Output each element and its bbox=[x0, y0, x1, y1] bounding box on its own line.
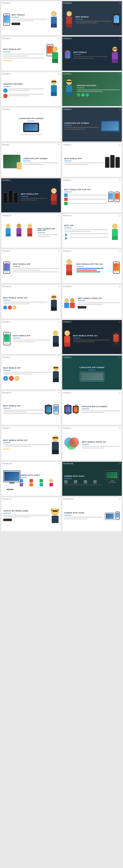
slide-21: PHONE U 21 BEST MOBILE APP ★ ♥ ✓ bbox=[1, 355, 61, 390]
slide-24-number: 24 bbox=[119, 392, 121, 394]
slide-5-label: PHONE E bbox=[2, 73, 11, 75]
slide-30: PHONE DD 30 SCREEN WITH ICONS bbox=[62, 497, 122, 531]
arrows-14 bbox=[64, 233, 109, 236]
line-3b bbox=[3, 56, 28, 57]
watch-24b bbox=[72, 406, 79, 413]
ch-17-body bbox=[51, 300, 57, 307]
char-head-1 bbox=[51, 11, 57, 17]
devices-23 bbox=[45, 404, 59, 414]
slide-7-number: 07 bbox=[58, 108, 60, 110]
line-25b bbox=[3, 446, 31, 447]
arr-14b bbox=[65, 237, 68, 240]
glasses-4 bbox=[113, 49, 118, 50]
landscape-screen-22 bbox=[81, 373, 103, 380]
slide-22-label: PHONE V bbox=[63, 356, 72, 358]
ig-28-4 bbox=[93, 480, 97, 484]
line-1b bbox=[11, 21, 33, 22]
slide-16: PHONE P 16 BEST MOBILE APP FOR JOY bbox=[62, 249, 122, 283]
line-17a bbox=[3, 302, 48, 303]
slide-1: PHONE A 01 BEST MOBILE bbox=[1, 1, 61, 35]
line-26a bbox=[82, 446, 120, 447]
ft-line-5a bbox=[8, 88, 44, 89]
feat-12c bbox=[64, 202, 107, 205]
slide-7-title: LANDSCAPE APP SCREEN bbox=[19, 118, 43, 119]
slide-28: PHONE BB 28 SCREEN WITH ICONS bbox=[62, 462, 122, 496]
ch-18a-b bbox=[64, 303, 69, 308]
line-4b bbox=[73, 58, 94, 59]
bubbles-21: ★ ♥ ✓ bbox=[3, 376, 52, 381]
tablet-30 bbox=[105, 513, 115, 520]
slide-16-title: BEST MOBILE APP FOR JOY bbox=[76, 263, 111, 265]
slide-15-number: 15 bbox=[58, 250, 60, 252]
sep-15 bbox=[13, 266, 21, 267]
slide-13-number: 13 bbox=[58, 215, 60, 217]
ph-11a bbox=[3, 192, 8, 203]
line-4a bbox=[73, 56, 107, 57]
slide-20-label: PHONE T bbox=[63, 321, 72, 323]
ps-12a bbox=[109, 193, 113, 199]
char-body-1 bbox=[51, 17, 57, 24]
ph-10a bbox=[105, 157, 110, 168]
feat-12a bbox=[64, 193, 107, 197]
slide-20-number: 20 bbox=[119, 321, 121, 323]
landscape-phone-7 bbox=[23, 123, 39, 132]
mon-27 bbox=[3, 470, 21, 482]
slide-15-title: BEST MOBILE APP bbox=[13, 263, 59, 265]
icon-17c bbox=[12, 306, 17, 310]
char-legs-11 bbox=[51, 201, 57, 205]
ch-19-body bbox=[53, 336, 59, 343]
line-19a bbox=[13, 340, 51, 341]
slide-9-title: LANDSCAPE APP SCREEN bbox=[23, 158, 59, 159]
chars-13 bbox=[3, 224, 35, 241]
screen-20 bbox=[114, 334, 119, 342]
ch-20-body bbox=[64, 336, 70, 343]
sep-7 bbox=[27, 121, 35, 121]
line-9b bbox=[23, 164, 44, 165]
line-2b bbox=[75, 22, 97, 23]
sep-11 bbox=[21, 196, 28, 196]
ch-14-legs bbox=[112, 236, 118, 240]
landscape-screen-7 bbox=[24, 124, 38, 131]
ch-18b-h bbox=[70, 298, 74, 303]
slide-6: PHONE F 06 AMAZING FEATURES bbox=[62, 72, 122, 106]
line-23b bbox=[3, 411, 27, 412]
char-13b bbox=[14, 224, 24, 241]
ig-27-4 bbox=[50, 479, 53, 483]
line-25a bbox=[3, 444, 51, 445]
slide-28-number: 28 bbox=[119, 463, 121, 465]
slide-9: PHONE I 09 LANDSCAPE APP SCREEN bbox=[1, 143, 61, 177]
sep-14 bbox=[64, 227, 71, 228]
slide-8-title: LANDSCAPE APP SCREEN bbox=[64, 122, 99, 124]
ws-24b bbox=[73, 407, 78, 412]
tl-12c bbox=[68, 203, 107, 204]
char-head-5 bbox=[51, 80, 57, 85]
char-3 bbox=[50, 46, 60, 64]
char-20 bbox=[64, 331, 70, 347]
slide-25-title: BEST MOBILE OFFER JOY bbox=[3, 439, 51, 441]
line-29b bbox=[3, 517, 31, 518]
char-19 bbox=[53, 331, 59, 347]
slide-27-number: 27 bbox=[58, 463, 60, 465]
slide-1-title: BEST MOBILE bbox=[11, 14, 48, 16]
lg-7b bbox=[33, 134, 42, 135]
ph-10c bbox=[115, 157, 120, 168]
phone-16 bbox=[113, 261, 120, 274]
circles-26 bbox=[64, 437, 79, 452]
slide-27: PHONE AA 27 SCREEN WITH ICONS bbox=[1, 462, 61, 496]
screen-30 bbox=[116, 513, 119, 518]
watches-24 bbox=[64, 405, 79, 414]
ch-13c-body bbox=[27, 228, 32, 234]
slide-11-number: 11 bbox=[58, 179, 60, 181]
ch-21-head bbox=[53, 366, 59, 371]
slide-18-label: PHONE R bbox=[63, 286, 72, 287]
glasses-5 bbox=[52, 81, 56, 82]
lg-7a bbox=[20, 134, 32, 135]
slide-14-title: BEST APP bbox=[64, 225, 109, 226]
sep-5 bbox=[3, 86, 10, 87]
bub-21a: ★ bbox=[3, 376, 8, 381]
line-8b bbox=[64, 129, 85, 130]
prog-16b bbox=[76, 270, 97, 271]
stars-3: ★★★★★ bbox=[3, 60, 44, 62]
slide-5-number: 05 bbox=[58, 73, 60, 75]
slide-17-label: PHONE Q bbox=[2, 286, 11, 287]
